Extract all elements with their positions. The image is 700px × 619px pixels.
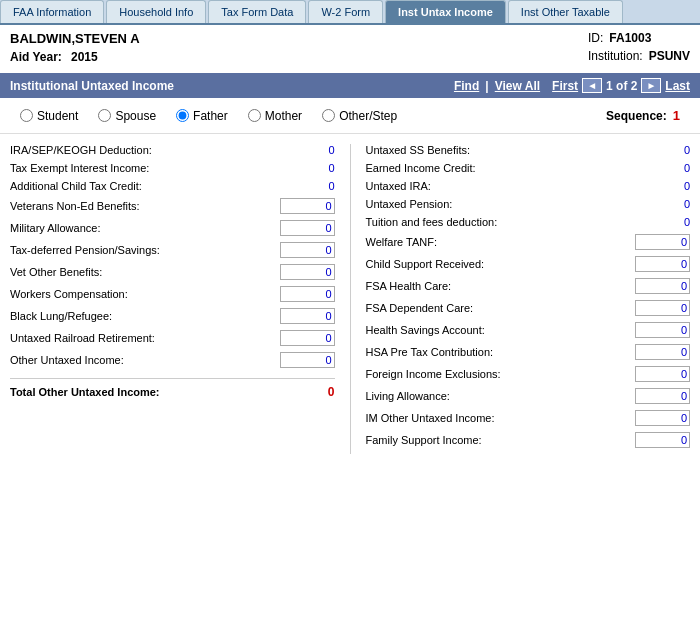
right-column: Untaxed SS Benefits: 0 Earned Income Cre… [366,144,691,454]
next-page-button[interactable]: ► [641,78,661,93]
field-fsa-health-care: FSA Health Care: [366,278,691,294]
field-living-allowance: Living Allowance: [366,388,691,404]
tab-household-info[interactable]: Household Info [106,0,206,23]
radio-row: Student Spouse Father Mother Other/Step … [0,98,700,134]
input-tax-deferred-pension[interactable] [280,242,335,258]
field-workers-compensation: Workers Compensation: [10,286,335,302]
field-veterans-non-ed: Veterans Non-Ed Benefits: [10,198,335,214]
page-total: 2 [631,79,638,93]
field-earned-income-credit: Earned Income Credit: 0 [366,162,691,174]
field-other-untaxed-income: Other Untaxed Income: [10,352,335,368]
field-ira-sep-keogh: IRA/SEP/KEOGH Deduction: 0 [10,144,335,156]
sequence-label: Sequence: [606,109,667,123]
tab-tax-form-data[interactable]: Tax Form Data [208,0,306,23]
field-tax-deferred-pension: Tax-deferred Pension/Savings: [10,242,335,258]
tab-faa-information[interactable]: FAA Information [0,0,104,23]
field-family-support-income: Family Support Income: [366,432,691,448]
input-untaxed-railroad[interactable] [280,330,335,346]
header-info: BALDWIN,STEVEN A Aid Year: 2015 ID: FA10… [0,25,700,73]
field-untaxed-ira: Untaxed IRA: 0 [366,180,691,192]
field-child-tax-credit: Additional Child Tax Credit: 0 [10,180,335,192]
radio-mother[interactable]: Mother [248,109,302,123]
main-content: IRA/SEP/KEOGH Deduction: 0 Tax Exempt In… [0,134,700,464]
field-hsa-pre-tax: HSA Pre Tax Contribution: [366,344,691,360]
input-workers-compensation[interactable] [280,286,335,302]
field-untaxed-ss-benefits: Untaxed SS Benefits: 0 [366,144,691,156]
input-family-support-income[interactable] [635,432,690,448]
field-welfare-tanf: Welfare TANF: [366,234,691,250]
input-black-lung-refugee[interactable] [280,308,335,324]
find-link[interactable]: Find [454,79,479,93]
input-child-support-received[interactable] [635,256,690,272]
field-military-allowance: Military Allowance: [10,220,335,236]
sequence-value: 1 [673,108,680,123]
input-fsa-health-care[interactable] [635,278,690,294]
field-fsa-dependent-care: FSA Dependent Care: [366,300,691,316]
institution-label: Institution: [588,49,643,63]
input-fsa-dependent-care[interactable] [635,300,690,316]
field-untaxed-pension: Untaxed Pension: 0 [366,198,691,210]
field-child-support-received: Child Support Received: [366,256,691,272]
radio-father[interactable]: Father [176,109,228,123]
field-black-lung-refugee: Black Lung/Refugee: [10,308,335,324]
last-label[interactable]: Last [665,79,690,93]
section-header: Institutional Untaxed Income Find | View… [0,73,700,98]
radio-spouse[interactable]: Spouse [98,109,156,123]
input-other-untaxed-income[interactable] [280,352,335,368]
column-divider [350,144,351,454]
prev-page-button[interactable]: ◄ [582,78,602,93]
tab-bar: FAA Information Household Info Tax Form … [0,0,700,25]
input-hsa-pre-tax[interactable] [635,344,690,360]
field-foreign-income-exclusions: Foreign Income Exclusions: [366,366,691,382]
field-vet-other-benefits: Vet Other Benefits: [10,264,335,280]
field-health-savings-account: Health Savings Account: [366,322,691,338]
id-label: ID: [588,31,603,45]
aid-year-value: 2015 [71,50,98,64]
field-im-other-untaxed: IM Other Untaxed Income: [366,410,691,426]
left-column: IRA/SEP/KEOGH Deduction: 0 Tax Exempt In… [10,144,335,454]
tab-inst-other-taxable[interactable]: Inst Other Taxable [508,0,623,23]
radio-student[interactable]: Student [20,109,78,123]
section-title: Institutional Untaxed Income [10,79,174,93]
page-current: 1 [606,79,613,93]
input-health-savings-account[interactable] [635,322,690,338]
input-im-other-untaxed[interactable] [635,410,690,426]
id-value: FA1003 [609,31,651,45]
student-name: BALDWIN,STEVEN A [10,31,140,46]
view-all-link[interactable]: View All [495,79,540,93]
input-military-allowance[interactable] [280,220,335,236]
input-veterans-non-ed[interactable] [280,198,335,214]
tab-inst-untax-income[interactable]: Inst Untax Income [385,0,506,23]
input-vet-other-benefits[interactable] [280,264,335,280]
field-untaxed-railroad: Untaxed Railroad Retirement: [10,330,335,346]
input-foreign-income-exclusions[interactable] [635,366,690,382]
radio-other-step[interactable]: Other/Step [322,109,397,123]
aid-year-label: Aid Year: [10,50,62,64]
institution-value: PSUNV [649,49,690,63]
first-label[interactable]: First [552,79,578,93]
tab-w2-form[interactable]: W-2 Form [308,0,383,23]
total-other-untaxed-row: Total Other Untaxed Income: 0 [10,378,335,399]
field-tax-exempt-interest: Tax Exempt Interest Income: 0 [10,162,335,174]
input-welfare-tanf[interactable] [635,234,690,250]
input-living-allowance[interactable] [635,388,690,404]
field-tuition-fees-deduction: Tuition and fees deduction: 0 [366,216,691,228]
